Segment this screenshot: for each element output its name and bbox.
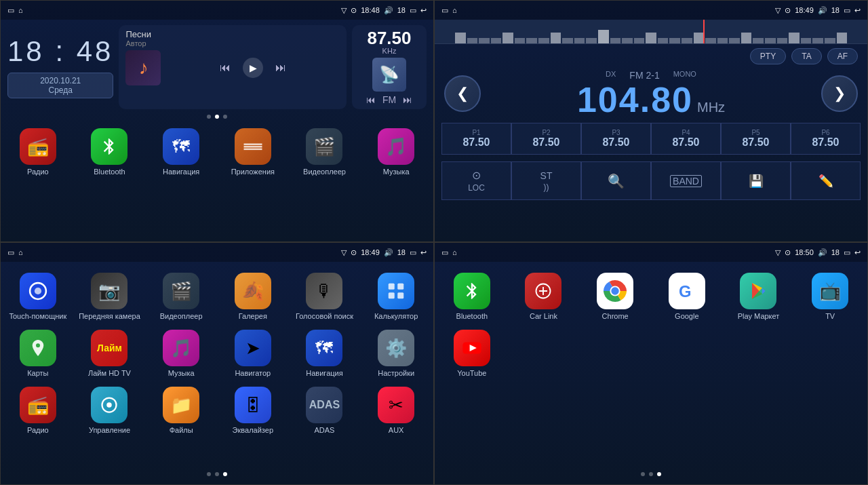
app-settings-p3[interactable]: ⚙️ Настройки: [361, 326, 431, 380]
p2-window-icon[interactable]: ▭: [441, 6, 448, 15]
edit-button[interactable]: ✏️: [791, 161, 861, 200]
status-bar-p1: ▭ ⌂ ▽ ⊙ 18:48 🔊 18 ▭ ↩: [1, 1, 433, 20]
svg-rect-8: [397, 292, 403, 298]
p3-battery-label: 18: [397, 248, 406, 256]
p4-page-dots: [435, 469, 867, 479]
app-laym[interactable]: Лайм Лайм HD TV: [75, 326, 144, 380]
nav-label-p3: Навигация: [306, 369, 342, 377]
app-music[interactable]: 🎵 Музыка: [360, 124, 432, 178]
p2-home-icon[interactable]: ⌂: [452, 6, 457, 14]
p3-dot-3[interactable]: [223, 472, 227, 476]
app-apps[interactable]: Приложения: [217, 124, 289, 178]
radio-freq: 87.50: [367, 29, 411, 47]
back-icon[interactable]: ↩: [420, 6, 427, 15]
p3-window-icon[interactable]: ▭: [7, 248, 14, 257]
dot-2[interactable]: [215, 115, 219, 119]
app-radio[interactable]: 📻 Радио: [2, 124, 74, 178]
preset-p6[interactable]: P6 87.50: [791, 123, 861, 155]
status-bar-p2: ▭ ⌂ ▽ ⊙ 18:49 🔊 18 ▭ ↩: [435, 1, 867, 20]
app-voice-search[interactable]: 🎙 Голосовой поиск: [290, 269, 359, 323]
preset-buttons: P1 87.50 P2 87.50 P3 87.50 P4 87.50 P5 8…: [441, 123, 861, 155]
app-bluetooth-p4[interactable]: Bluetooth: [437, 269, 507, 323]
video-app-label: Видеоплеер: [303, 168, 346, 176]
radio-prev-button[interactable]: ⏮: [366, 94, 376, 105]
bt-label-p4: Bluetooth: [456, 312, 488, 320]
p4-dot-2[interactable]: [649, 472, 653, 476]
adas-icon: ADAS: [306, 387, 342, 423]
preset-p5[interactable]: P5 87.50: [721, 123, 791, 155]
app-adas[interactable]: ADAS ADAS: [290, 383, 359, 437]
p3-home-icon[interactable]: ⌂: [18, 248, 23, 256]
af-button[interactable]: AF: [827, 48, 858, 64]
p3-dot-1[interactable]: [207, 472, 211, 476]
settings-label-p3: Настройки: [378, 369, 414, 377]
p4-screen-icon: ▭: [844, 248, 850, 257]
status-bar-p4: ▭ ⌂ ▽ ⊙ 18:50 🔊 18 ▭ ↩: [435, 243, 867, 262]
app-navigator[interactable]: ➤ Навигатор: [218, 326, 288, 380]
p4-home-icon[interactable]: ⌂: [452, 248, 457, 256]
next-button[interactable]: ⏭: [274, 60, 288, 75]
ta-button[interactable]: TA: [791, 48, 821, 64]
p4-location-icon: ⊙: [785, 248, 791, 257]
preset-p2[interactable]: P2 87.50: [511, 123, 581, 155]
app-manage[interactable]: Управление: [75, 383, 144, 437]
app-navigation[interactable]: 🗺 Навигация: [145, 124, 217, 178]
save-button[interactable]: 💾: [721, 161, 791, 200]
preset-p1[interactable]: P1 87.50: [441, 123, 511, 155]
app-carlink[interactable]: Car Link: [509, 269, 578, 323]
dx-label: DX: [606, 70, 616, 81]
window-icon[interactable]: ▭: [7, 6, 14, 15]
app-gallery[interactable]: 🍂 Галерея: [218, 269, 288, 323]
app-youtube[interactable]: YouTube: [437, 326, 507, 380]
pty-button[interactable]: PTY: [750, 48, 786, 64]
app-music-p3[interactable]: 🎵 Музыка: [146, 326, 216, 380]
freq-prev-button[interactable]: ❮: [444, 75, 481, 112]
play-button[interactable]: ▶: [243, 58, 263, 78]
band-button[interactable]: BAND: [651, 161, 721, 200]
p2-battery-label: 18: [831, 6, 840, 14]
app-videoplayer[interactable]: 🎬 Видеоплеер: [289, 124, 361, 178]
status-bar-p3: ▭ ⌂ ▽ ⊙ 18:49 🔊 18 ▭ ↩: [1, 243, 433, 262]
home-icon[interactable]: ⌂: [18, 6, 23, 14]
app-touch[interactable]: Touch-помощник: [3, 269, 73, 323]
app-tv[interactable]: 📺 TV: [795, 269, 865, 323]
svg-rect-2: [243, 149, 262, 150]
prev-button[interactable]: ⏮: [218, 60, 232, 75]
app-maps[interactable]: Карты: [3, 326, 73, 380]
media-title: Песни: [125, 29, 151, 39]
p3-dot-2[interactable]: [215, 472, 219, 476]
p3-back-icon[interactable]: ↩: [420, 248, 427, 257]
loc-button[interactable]: ⊙ LOC: [441, 161, 511, 200]
battery-label: 18: [397, 6, 406, 14]
p2-back-icon[interactable]: ↩: [854, 6, 861, 15]
freq-next-button[interactable]: ❯: [821, 75, 858, 112]
dot-3[interactable]: [223, 115, 227, 119]
app-google[interactable]: G Google: [652, 269, 722, 323]
location-icon: ⊙: [351, 6, 357, 15]
st-button[interactable]: ST )): [511, 161, 581, 200]
panel-top-right: ▭ ⌂ ▽ ⊙ 18:49 🔊 18 ▭ ↩: [434, 0, 868, 242]
search-button[interactable]: 🔍: [581, 161, 651, 200]
preset-p4[interactable]: P4 87.50: [651, 123, 721, 155]
app-navigation-p3[interactable]: 🗺 Навигация: [290, 326, 359, 380]
app-video-player[interactable]: 🎬 Видеоплеер: [146, 269, 216, 323]
dot-1[interactable]: [207, 115, 211, 119]
p4-window-icon[interactable]: ▭: [441, 248, 448, 257]
radio-next-button[interactable]: ⏭: [403, 94, 412, 105]
app-equalizer[interactable]: 🎛 Эквалайзер: [218, 383, 288, 437]
app-files[interactable]: 📁 Файлы: [146, 383, 216, 437]
app-bluetooth[interactable]: Bluetooth: [74, 124, 146, 178]
p4-back-icon[interactable]: ↩: [854, 248, 861, 257]
p4-dot-1[interactable]: [641, 472, 645, 476]
app-play-market[interactable]: Play Маркет: [724, 269, 793, 323]
app-calculator[interactable]: Калькулятор: [361, 269, 431, 323]
p4-dot-3[interactable]: [657, 472, 661, 476]
app-aux[interactable]: ✂ AUX: [361, 383, 431, 437]
pty-bar: PTY TA AF: [435, 44, 867, 69]
app-chrome[interactable]: Chrome: [580, 269, 650, 323]
clock-display: 18 : 48: [7, 36, 113, 67]
preset-p3[interactable]: P3 87.50: [581, 123, 651, 155]
app-front-camera[interactable]: 📷 Передняя камера: [75, 269, 144, 323]
radio-app-icon: 📻: [20, 128, 56, 165]
app-radio-p3[interactable]: 📻 Радио: [3, 383, 73, 437]
